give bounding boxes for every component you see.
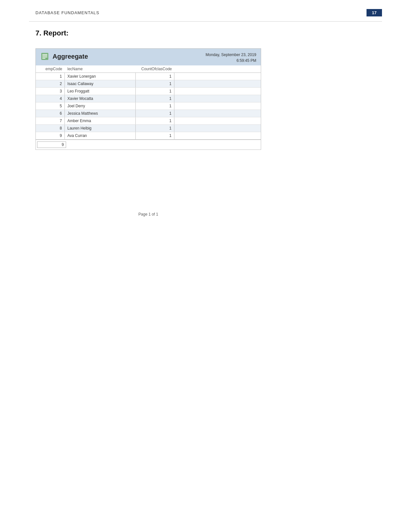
cell-empcode: 3 (36, 88, 65, 95)
header-divider (29, 21, 382, 22)
cell-lecname: Xavier Lonergan (65, 73, 136, 80)
cell-empcode: 1 (36, 73, 65, 80)
column-headers: empCode lecName CountOfclasCode (36, 65, 261, 73)
svg-rect-1 (42, 54, 47, 55)
cell-empcode: 7 (36, 117, 65, 124)
cell-empcode: 5 (36, 102, 65, 110)
table-row: 1 Xavier Lonergan 1 (36, 73, 261, 80)
footer-row: 9 (36, 140, 261, 150)
table-row: 8 Lauren Helbig 1 (36, 125, 261, 132)
cell-lecname: Xavier Mocatta (65, 95, 136, 102)
cell-lecname: Isaac Callaway (65, 80, 136, 87)
cell-count: 1 (136, 80, 174, 87)
cell-empcode: 4 (36, 95, 65, 102)
cell-lecname: Jessica Matthews (65, 110, 136, 117)
cell-count: 1 (136, 125, 174, 132)
footer-count: 9 (37, 141, 66, 148)
cell-lecname: Leo Froggatt (65, 88, 136, 95)
cell-lecname: Joel Derry (65, 102, 136, 110)
col-header-count: CountOfclasCode (136, 67, 174, 71)
svg-rect-4 (42, 58, 45, 59)
page-indicator: Page 1 of 1 (35, 212, 261, 217)
cell-count: 1 (136, 95, 174, 102)
table-row: 3 Leo Froggatt 1 (36, 88, 261, 95)
report-container: Aggreegate Monday, September 23, 2019 6:… (35, 48, 261, 150)
svg-rect-0 (41, 53, 48, 60)
report-title-area: Aggreegate (40, 52, 88, 61)
cell-empcode: 9 (36, 132, 65, 139)
cell-count: 1 (136, 102, 174, 110)
header-bar: DATABASE FUNDAMENTALS 17 (0, 9, 411, 16)
cell-count: 1 (136, 110, 174, 117)
report-date-line2: 6:59:45 PM (206, 58, 256, 63)
table-row: 6 Jessica Matthews 1 (36, 110, 261, 117)
table-row: 9 Ava Curran 1 (36, 132, 261, 140)
page-number-badge: 17 (367, 9, 382, 16)
document-title: DATABASE FUNDAMENTALS (35, 10, 99, 15)
report-header: Aggreegate Monday, September 23, 2019 6:… (36, 49, 261, 65)
table-row: 5 Joel Derry 1 (36, 102, 261, 110)
cell-empcode: 6 (36, 110, 65, 117)
cell-count: 1 (136, 73, 174, 80)
table-row: 4 Xavier Mocatta 1 (36, 95, 261, 102)
cell-empcode: 2 (36, 80, 65, 87)
col-header-lecname: lecName (65, 67, 136, 71)
table-row: 7 Amber Emma 1 (36, 117, 261, 125)
cell-count: 1 (136, 132, 174, 139)
data-rows-container: 1 Xavier Lonergan 1 2 Isaac Callaway 1 3… (36, 73, 261, 140)
report-date-line1: Monday, September 23, 2019 (206, 52, 256, 58)
table-row: 2 Isaac Callaway 1 (36, 80, 261, 88)
report-icon (40, 52, 49, 61)
svg-rect-2 (42, 55, 47, 56)
section-heading: 7. Report: (35, 29, 69, 37)
svg-rect-3 (42, 57, 47, 57)
cell-lecname: Amber Emma (65, 117, 136, 124)
report-title: Aggreegate (53, 53, 88, 60)
col-header-empcode: empCode (36, 67, 65, 71)
report-date-area: Monday, September 23, 2019 6:59:45 PM (206, 52, 256, 63)
cell-lecname: Lauren Helbig (65, 125, 136, 132)
cell-lecname: Ava Curran (65, 132, 136, 139)
cell-empcode: 8 (36, 125, 65, 132)
cell-count: 1 (136, 88, 174, 95)
cell-count: 1 (136, 117, 174, 124)
